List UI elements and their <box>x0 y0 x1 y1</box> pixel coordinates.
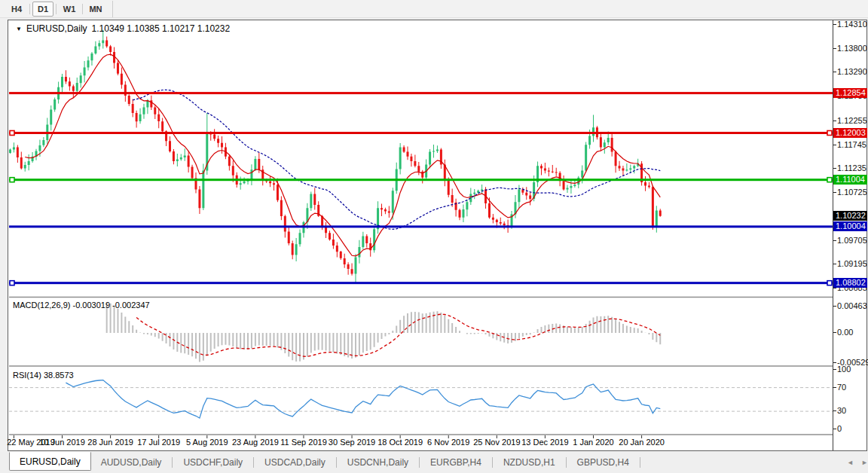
price-axis-label: 1.09195 <box>837 259 867 268</box>
time-axis-label: 20 Jan 2020 <box>612 438 672 447</box>
hline-1.11004 <box>9 179 833 181</box>
timeframe-buttons: H4D1W1MN <box>6 1 115 17</box>
chart-title: ▼ EURUSD,Daily 1.10349 1.10385 1.10217 1… <box>16 23 230 34</box>
rsi-line <box>66 380 660 418</box>
bear-candles <box>17 36 662 275</box>
time-axis[interactable]: 22 May 201910 Jun 201928 Jun 201917 Jul … <box>9 438 833 449</box>
macd-indicator-label: MACD(12,26,9) -0.003019 -0.002347 <box>13 301 150 310</box>
hline-1.10004 <box>9 225 833 227</box>
tab-audusd-daily[interactable]: AUDUSD,Daily <box>91 454 172 471</box>
hline-price-tag: 1.12854 <box>833 88 867 98</box>
hline-handle <box>10 281 14 285</box>
rsi-pane <box>9 380 833 418</box>
main-pane <box>9 30 833 285</box>
timeframe-button-h4[interactable]: H4 <box>6 2 27 17</box>
hline-handle <box>10 178 14 182</box>
hline-1.12854 <box>9 92 833 94</box>
toolbar-separator <box>112 1 113 17</box>
macd-axis-label: 0.00 <box>837 328 853 337</box>
hline-handle <box>10 131 14 136</box>
tab-separator <box>336 457 337 468</box>
price-axis-label: 1.10725 <box>837 188 867 197</box>
tabs-scroll-left-button[interactable]: ◄ <box>847 459 854 466</box>
chart-canvas[interactable] <box>9 21 833 447</box>
current-price-tag: 1.10232 <box>833 211 867 221</box>
rsi-indicator-label: RSI(14) 38.8573 <box>13 371 74 380</box>
hline-handle <box>827 281 832 285</box>
price-axis-label: 1.13800 <box>837 44 867 53</box>
price-axis-label: 1.11745 <box>837 140 866 149</box>
hline-price-tag: 1.11004 <box>833 175 867 185</box>
tab-usdcnh-daily[interactable]: USDCNH,Daily <box>338 454 418 471</box>
tab-usdchf-daily[interactable]: USDCHF,Daily <box>173 454 252 471</box>
rsi-axis-label: 0 <box>837 424 842 433</box>
hline-price-tag: 1.10004 <box>833 221 867 231</box>
timeframe-button-w1[interactable]: W1 <box>59 2 80 17</box>
tab-nzdusd-h1[interactable]: NZDUSD,H1 <box>494 454 565 471</box>
hline-price-tag: 1.08802 <box>833 278 867 288</box>
price-axis-label: 1.09705 <box>837 236 867 245</box>
rsi-axis-label: 30 <box>837 406 846 415</box>
tab-usdcad-daily[interactable]: USDCAD,Daily <box>255 454 335 471</box>
timeframe-button-d1[interactable]: D1 <box>32 2 53 17</box>
timeframe-button-mn[interactable]: MN <box>85 2 106 17</box>
hline-handle <box>827 131 832 136</box>
hline-1.08802 <box>9 282 833 284</box>
hline-1.12003 <box>9 132 833 134</box>
toolbar-separator <box>29 4 30 14</box>
hline-handle <box>827 178 832 182</box>
toolbar-separator <box>56 4 57 14</box>
macd-histogram <box>106 302 662 362</box>
toolbar-separator <box>82 4 83 14</box>
tab-separator <box>640 457 640 468</box>
price-axis-label: 1.14310 <box>837 20 867 29</box>
tab-eurgbp-h4[interactable]: EURGBP,H4 <box>420 454 491 471</box>
chart-tabbar: EURUSD,DailyAUDUSD,DailyUSDCHF,DailyUSDC… <box>0 452 868 473</box>
macd-pane <box>106 302 662 362</box>
tab-separator <box>172 457 173 468</box>
hline-price-tag: 1.12003 <box>833 128 867 138</box>
tab-separator <box>419 457 420 468</box>
rsi-axis-label: 100 <box>837 365 851 374</box>
macd-axis-label: 0.00463 <box>837 301 867 310</box>
price-axis-label: 1.12255 <box>837 116 867 125</box>
ma-slow-line <box>133 90 660 229</box>
timeframe-toolbar: H4D1W1MN <box>0 0 868 18</box>
price-axis[interactable]: 1.143101.138001.132901.127801.122551.117… <box>833 21 867 447</box>
tab-separator <box>566 457 567 468</box>
price-axis-label: 1.13290 <box>837 67 867 76</box>
chart-ohlc-values: 1.10349 1.10385 1.10217 1.10232 <box>92 23 231 34</box>
tab-separator <box>492 457 493 468</box>
mt4-window: H4D1W1MN ▼ EURUSD,Daily 1.10349 1.10385 … <box>0 0 868 473</box>
tab-eurusd-daily[interactable]: EURUSD,Daily <box>9 452 91 471</box>
symbol-dropdown-icon[interactable]: ▼ <box>16 26 22 32</box>
rsi-axis-label: 70 <box>837 383 846 392</box>
tab-gbpusd-h4[interactable]: GBPUSD,H4 <box>567 454 639 471</box>
tabs-scroll-right-button[interactable]: ► <box>861 459 868 466</box>
chart-symbol-label: EURUSD,Daily <box>26 23 87 34</box>
tab-separator <box>253 457 254 468</box>
price-axis-label: 1.11235 <box>837 163 866 172</box>
